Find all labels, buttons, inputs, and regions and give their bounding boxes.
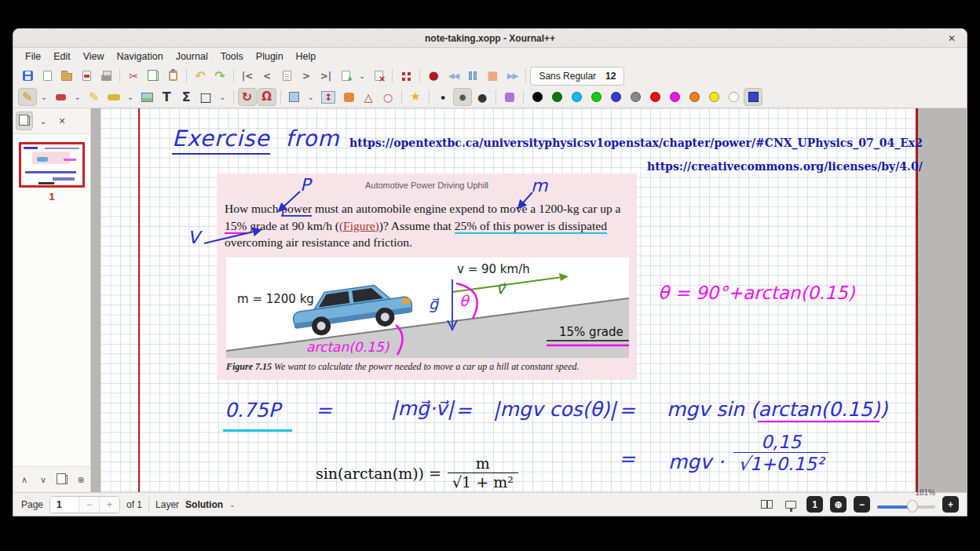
menu-help[interactable]: Help [291, 49, 322, 64]
figure-link[interactable]: (Figure) [339, 219, 379, 232]
shading-button[interactable] [500, 88, 519, 106]
source-url-link[interactable]: https://opentextbc.ca/universityphysicsv… [349, 137, 923, 149]
add-page-button[interactable]: + [336, 67, 355, 85]
last-page-button[interactable]: >| [316, 67, 335, 85]
hand-tool-button[interactable] [339, 88, 358, 106]
zoom-fit-button[interactable]: ⊕ [830, 496, 847, 513]
menu-view[interactable]: View [78, 49, 110, 64]
forward-button[interactable]: ▶▶ [503, 67, 521, 85]
delete-page-button[interactable]: ✕ [369, 67, 388, 85]
delete-page-sidebar-button[interactable]: ⊗ [72, 470, 90, 489]
line-thick-button[interactable]: ● [473, 88, 492, 106]
license-url-link[interactable]: https://creativecommons.org/licenses/by/… [647, 160, 923, 173]
page-increment-button[interactable]: + [99, 497, 119, 513]
previous-page-button[interactable]: < [258, 67, 276, 85]
zoom-slider-thumb[interactable] [907, 500, 918, 513]
paste-button[interactable] [163, 67, 182, 85]
save-button[interactable] [18, 67, 37, 85]
highlighter-tool-button[interactable]: ✎ [85, 88, 104, 106]
page-decrement-button[interactable]: − [79, 497, 99, 513]
rewind-button[interactable]: ◀◀ [444, 67, 463, 85]
export-pdf-button[interactable] [77, 67, 96, 85]
menu-plugin[interactable]: Plugin [250, 49, 289, 64]
ruler-tool-button[interactable] [104, 88, 123, 106]
add-page-options-chevron[interactable]: ⌄ [356, 67, 368, 85]
insert-image-button[interactable] [137, 88, 156, 106]
redo-button[interactable]: ↷ [210, 67, 229, 85]
zoom-100-button[interactable]: 1 [806, 496, 823, 513]
color-chooser-button[interactable] [744, 88, 762, 106]
delete-page-button-badge: ✕ [379, 75, 386, 83]
layer-selector[interactable]: Solution [185, 499, 223, 510]
dual-page-view-button[interactable] [758, 495, 775, 514]
fullscreen-button[interactable] [397, 67, 415, 85]
layer-chevron-icon[interactable]: ⌄ [229, 501, 236, 509]
record-button[interactable]: ● [424, 67, 443, 85]
print-button[interactable] [97, 67, 115, 85]
menu-file[interactable]: File [20, 49, 46, 64]
first-page-button[interactable]: |< [238, 67, 257, 85]
preview-pages-button[interactable] [16, 111, 33, 130]
font-button[interactable]: Sans Regular12 [530, 67, 624, 86]
eraser-tool-button[interactable] [51, 88, 70, 106]
math-tex-button[interactable]: Σ [177, 88, 196, 106]
page-number-input[interactable] [50, 497, 79, 513]
page-thumbnail[interactable] [19, 142, 85, 188]
duplicate-page-button[interactable] [53, 470, 71, 489]
previous-page-nav-button[interactable]: ∧ [16, 470, 33, 489]
ruler-options-chevron[interactable]: ⌄ [124, 88, 137, 106]
color-orange[interactable] [685, 88, 704, 106]
titlebar[interactable]: note-taking.xopp - Xournal++ ✕ [13, 29, 967, 48]
next-page-button[interactable]: > [297, 67, 316, 85]
color-red[interactable] [645, 88, 664, 106]
cut-button[interactable]: ✂ [124, 67, 143, 85]
vertical-space-button[interactable]: ↕ [318, 88, 338, 106]
page-preview-button[interactable] [277, 67, 296, 85]
color-white[interactable] [724, 88, 743, 106]
setsquare-tool-button[interactable]: △ [359, 88, 378, 106]
rotation-snap-button[interactable]: ↻ [238, 88, 257, 106]
color-black[interactable] [528, 88, 547, 106]
line-fine-button[interactable]: ● [433, 88, 452, 106]
zoom-slider[interactable]: 181% [877, 495, 935, 514]
pause-button[interactable] [463, 67, 482, 85]
eraser-options-chevron[interactable]: ⌄ [71, 88, 83, 106]
copy-button[interactable] [144, 67, 163, 85]
stylus-highlight-button[interactable]: ★ [406, 88, 425, 106]
pen-tool-button[interactable]: ✎ [18, 88, 37, 106]
pen-options-chevron[interactable]: ⌄ [38, 88, 50, 106]
grid-snap-button[interactable]: Ω [258, 88, 276, 106]
stop-button[interactable]: ■ [483, 67, 502, 85]
open-button[interactable] [57, 67, 76, 85]
color-cyan[interactable] [567, 88, 586, 106]
sidebar-chevron-button[interactable]: ⌄ [35, 111, 52, 130]
shape-options-chevron[interactable]: ⌄ [216, 88, 229, 106]
line-medium-button[interactable]: ● [453, 88, 472, 106]
color-gray[interactable] [626, 88, 645, 106]
sidebar-close-button[interactable]: ✕ [53, 111, 71, 130]
document-canvas[interactable]: Exercise from https://opentextbc.ca/univ… [91, 108, 967, 492]
zoom-out-button[interactable]: − [854, 496, 870, 513]
zoom-percent-label: 181% [915, 488, 935, 497]
color-yellow[interactable] [704, 88, 723, 106]
undo-button[interactable]: ↶ [191, 67, 210, 85]
menu-navigation[interactable]: Navigation [112, 49, 169, 64]
new-document-button[interactable] [38, 67, 57, 85]
text-tool-button[interactable]: T [157, 88, 176, 106]
color-magenta[interactable] [665, 88, 684, 106]
select-region-button[interactable] [285, 88, 304, 106]
presentation-mode-button[interactable] [782, 495, 799, 514]
hand-tool-button-icon [344, 93, 354, 102]
color-dark-green[interactable] [547, 88, 566, 106]
color-green[interactable] [587, 88, 605, 106]
color-blue[interactable] [606, 88, 625, 106]
menu-journal[interactable]: Journal [170, 49, 214, 64]
close-window-button[interactable]: ✕ [945, 31, 959, 46]
select-options-chevron[interactable]: ⌄ [305, 88, 317, 106]
compass-tool-button[interactable]: ○ [378, 88, 397, 106]
menu-edit[interactable]: Edit [48, 49, 76, 64]
shape-tool-button[interactable]: □ [196, 88, 215, 106]
menu-tools[interactable]: Tools [215, 49, 249, 64]
next-page-nav-button[interactable]: ∨ [35, 470, 52, 489]
zoom-in-button[interactable]: + [942, 496, 959, 513]
